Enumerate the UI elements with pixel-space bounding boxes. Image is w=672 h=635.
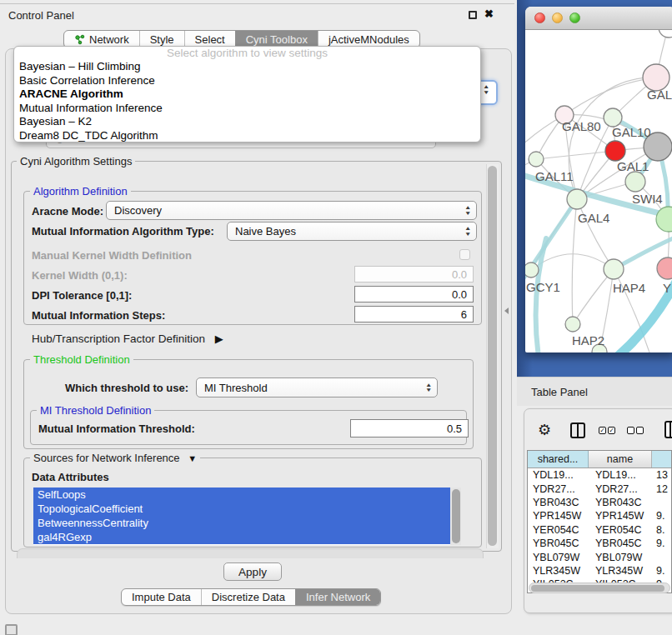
table-cell: YBR043C [589, 497, 652, 508]
table-row[interactable]: YBR045CYBR045C9. [528, 537, 671, 550]
combo-stepper-icon: ▲▼ [462, 222, 474, 240]
tab-impute-data[interactable]: Impute Data [122, 589, 201, 605]
control-panel-title: Control Panel [8, 9, 74, 22]
tab-jactivemnodules[interactable]: jActiveMNodules [318, 31, 419, 48]
network-node[interactable] [604, 259, 624, 279]
select-all-icon[interactable]: ✓ [608, 427, 615, 434]
column-header-partial[interactable] [652, 451, 671, 468]
network-edge[interactable] [536, 151, 615, 159]
network-canvas[interactable]: GALGAL80GAL10GAL1GAL11SWI4GAL4GCY1HAP4YH… [525, 30, 672, 352]
which-threshold-value: MI Threshold [204, 382, 423, 394]
float-window-icon[interactable] [469, 11, 477, 19]
manual-kernel-checkbox[interactable] [459, 249, 470, 260]
mi-type-label: Mutual Information Algorithm Type: [32, 225, 214, 238]
tab-select[interactable]: Select [184, 31, 235, 48]
column-header-name[interactable]: name [589, 451, 652, 468]
settings-bottom-strip [17, 548, 484, 558]
network-node[interactable] [565, 317, 580, 332]
gear-icon[interactable]: ⚙ [538, 421, 551, 439]
tab-discretize-data[interactable]: Discretize Data [201, 589, 295, 605]
data-attribute-item[interactable]: SelfLoops [33, 488, 451, 502]
data-attribute-item[interactable]: BetweennessCentrality [33, 516, 451, 530]
which-threshold-combo[interactable]: MI Threshold ▲▼ [196, 378, 438, 398]
tab-impute-data-label: Impute Data [132, 591, 191, 603]
table-cell: YBR043C [528, 497, 589, 508]
mi-steps-label: Mutual Information Steps: [32, 309, 165, 322]
table-row[interactable]: YBL079WYBL079W [528, 550, 671, 563]
settings-scrollbar-thumb[interactable] [488, 166, 497, 546]
node-label: GAL10 [612, 125, 651, 139]
network-node[interactable] [529, 152, 544, 167]
select-all-icon[interactable]: ✓ [599, 427, 606, 434]
attributes-scrollbar-thumb[interactable] [452, 489, 460, 543]
column-layout-icon[interactable] [570, 422, 585, 438]
algorithm-option[interactable]: Mutual Information Inference [14, 102, 480, 116]
table-cell: YLR345W [528, 565, 589, 577]
mi-type-combo[interactable]: Naive Bayes ▲▼ [227, 222, 477, 241]
node-label: Y [663, 281, 671, 295]
table-cell: 9. [652, 510, 671, 522]
column-header-shared-name[interactable]: shared... [528, 451, 589, 468]
minimize-traffic-light-icon[interactable] [552, 12, 563, 23]
dpi-tolerance-field[interactable]: 0.0 [354, 286, 474, 302]
mi-type-value: Naive Bayes [235, 225, 462, 238]
node-label: GAL4 [578, 211, 609, 225]
table-horizontal-scrollbar[interactable] [529, 582, 670, 593]
tab-select-label: Select [195, 33, 225, 46]
mi-threshold-field[interactable]: 0.5 [350, 419, 469, 438]
tab-cyni-toolbox[interactable]: Cyni Toolbox [235, 31, 318, 48]
table-cell: 9. [652, 565, 671, 577]
sources-group-title[interactable]: Sources for Network Inference ▼ [30, 452, 200, 464]
node-label: HAP4 [613, 281, 645, 295]
data-attribute-item[interactable]: TopologicalCoefficient [33, 502, 451, 516]
table-row[interactable]: YLR345WYLR345W9. [528, 564, 671, 578]
tab-infer-network[interactable]: Infer Network [295, 589, 380, 605]
algorithm-option[interactable]: Bayesian – Hill Climbing [14, 60, 480, 74]
network-node[interactable] [605, 141, 625, 161]
dpi-tolerance-label: DPI Tolerance [0,1]: [32, 289, 132, 302]
mi-steps-field[interactable]: 6 [354, 306, 474, 322]
deselect-all-icon[interactable] [636, 427, 644, 434]
network-edge[interactable] [572, 199, 577, 324]
apply-button[interactable]: Apply [223, 562, 282, 581]
algorithm-option[interactable]: Bayesian – K2 [14, 115, 480, 129]
zoom-traffic-light-icon[interactable] [569, 12, 580, 23]
network-edge[interactable] [615, 267, 672, 352]
close-icon[interactable]: ✖ [484, 8, 494, 20]
hub-section-label: Hub/Transcription Factor Definition [32, 332, 205, 345]
kernel-width-field[interactable]: 0.0 [354, 266, 474, 282]
network-node[interactable] [659, 30, 672, 38]
minimized-panel-icon[interactable] [5, 624, 18, 635]
network-node[interactable] [604, 108, 622, 127]
data-attributes-list[interactable]: SelfLoopsTopologicalCoefficientBetweenne… [33, 488, 461, 545]
tab-style[interactable]: Style [139, 31, 184, 48]
network-node[interactable] [567, 189, 587, 209]
close-traffic-light-icon[interactable] [534, 12, 545, 23]
algorithm-option[interactable]: ARACNE Algorithm [14, 88, 480, 102]
table-row[interactable]: YBR043CYBR043C [528, 496, 671, 509]
algorithm-option[interactable]: Basic Correlation Inference [14, 74, 480, 88]
network-node[interactable] [657, 258, 672, 279]
table-row[interactable]: YDL19...YDL19...13 [528, 468, 671, 482]
node-label: HAP2 [572, 333, 604, 348]
table-view-icon[interactable] [664, 421, 672, 438]
network-node[interactable] [525, 262, 539, 278]
network-node[interactable] [625, 172, 645, 192]
hub-section-toggle[interactable]: Hub/Transcription Factor Definition ▶ [32, 332, 223, 345]
algorithm-option[interactable]: Dream8 DC_TDC Algorithm [14, 129, 480, 142]
dpi-tolerance-value: 0.0 [452, 288, 467, 301]
table-cell: YPR145W [589, 510, 652, 522]
table-row[interactable]: YER054CYER054C8. [528, 523, 671, 537]
panel-divider-collapse-arrow[interactable] [504, 308, 509, 314]
deselect-all-icon[interactable] [627, 427, 634, 434]
table-scrollbar-thumb[interactable] [531, 585, 664, 592]
network-window-titlebar[interactable] [525, 7, 672, 30]
tab-network[interactable]: Network [64, 31, 139, 48]
table-cell: 8. [652, 524, 671, 536]
combo-stepper-icon: ▲▼ [423, 378, 435, 397]
table-row[interactable]: YDR27...YDR27...12 [528, 482, 671, 495]
table-cell: YER054C [589, 524, 652, 536]
data-attribute-item[interactable]: gal4RGexp [33, 530, 451, 544]
table-row[interactable]: YPR145WYPR145W9. [528, 509, 671, 522]
aracne-mode-combo[interactable]: Discovery ▲▼ [106, 201, 477, 220]
